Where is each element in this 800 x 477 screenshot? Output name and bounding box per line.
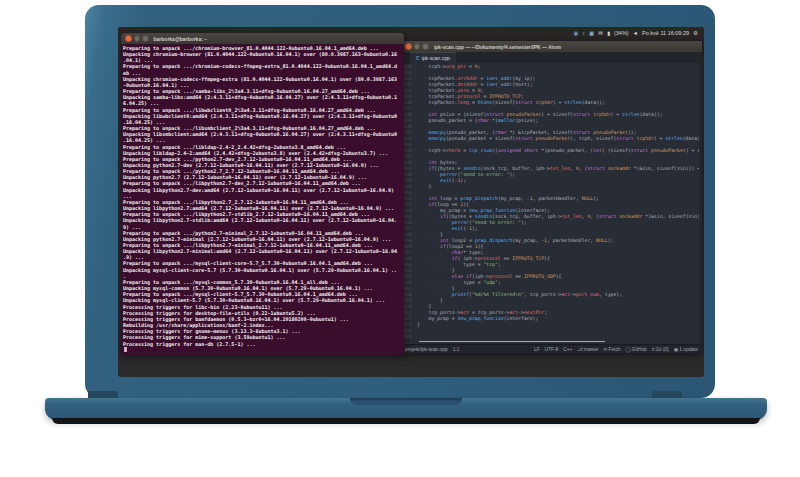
terminal-line: Unpacking mysql-client-5.7 (5.7.30-0ubun… [123,297,402,303]
terminal-title: barborka@barborka: ~ [154,36,208,42]
battery-icon[interactable]: ▮ [607,31,610,37]
indicator-app-icon[interactable]: ◉ [574,31,579,37]
tab-label: ipk-scan.cpp [422,55,450,61]
maximize-icon[interactable] [422,43,429,50]
terminal-line: Unpacking samba-libs:amd64 (2:4.3.11+dfs… [123,94,402,100]
git-changes[interactable]: ±Git (0) [652,347,669,352]
terminal-line: Unpacking mysql-client-core-5.7 (5.7.30-… [123,267,402,273]
laptop-base-bottom [52,418,760,424]
atom-titlebar[interactable]: ipk-scan.cpp — ~/Dokumenty/4.semester/IP… [401,41,702,52]
close-icon[interactable] [405,43,412,50]
git-branch[interactable]: ⎇master [577,347,598,352]
session-gear-icon[interactable]: ⚙ [693,31,698,37]
git-changes-icon: ± [652,347,655,352]
display-icon[interactable]: ▣ [589,31,594,37]
terminal-line: Unpacking libwbclient0:amd64 (2:4.3.11+d… [123,113,402,119]
github[interactable]: ◯GitHub [625,347,646,352]
editor-pane[interactable]: 5305315325335345355365375385395405415425… [401,63,702,344]
terminal-line: Unpacking chromium-browser (81.0.4044.12… [123,51,402,57]
terminal-line: Preparing to unpack .../libwbclient0_2%3… [123,107,402,113]
terminal-line: Preparing to unpack .../mysql-client-cor… [123,260,402,266]
vertical-scrollbar[interactable] [699,63,702,344]
editor-code[interactable]: ····tcph->urg_ptr = 0; ····tcpPacket.src… [414,63,702,344]
minimize-icon[interactable] [134,35,141,42]
tab-ipk-scan[interactable]: C ipk-scan.cpp [410,52,456,63]
clock-label: Po kvě 11 16:09:29 [642,31,689,37]
terminal-line: Unpacking libpython2.7-stdlib:amd64 (2.7… [123,217,402,223]
code-line: ····memcpy(pseudo_packet + sizeof(struct… [417,136,702,142]
file-path[interactable]: projekt/ipk-scan.cpp [405,347,448,352]
close-icon[interactable] [125,35,132,42]
battery-label: (34%) [614,31,629,37]
updates-icon: ▣ [674,347,679,352]
horizontal-scrollbar[interactable] [419,341,605,343]
terminal-titlebar[interactable]: barborka@barborka: ~ [121,33,404,44]
maximize-icon[interactable] [142,35,149,42]
laptop-mockup: ◉↕▣✉▮(34%)◄Po kvě 11 16:09:29⚙ ipk-scan.… [0,0,800,477]
grammar[interactable]: C++ [563,347,572,352]
code-line: ····tcph->check = tcp_csum((unsigned sho… [417,148,702,154]
cpp-file-icon: C [416,55,420,61]
line-ending[interactable]: LF [534,347,540,352]
updates[interactable]: ▣1 update [674,347,698,352]
git-fetch-icon: ⟳ [603,347,607,352]
terminal-line: Preparing to unpack .../chromium-codecs-… [123,63,402,69]
git-branch-icon: ⎇ [577,347,583,352]
cursor-position[interactable]: 1:1 [453,347,460,352]
laptop-base [45,398,767,420]
status-left: projekt/ipk-scan.cpp1:1 [405,347,459,352]
terminal-output[interactable]: Preparing to unpack .../chromium-browser… [121,44,404,355]
atom-tab-bar: C ipk-scan.cpp [401,52,702,63]
terminal-line: Unpacking libpython2.7-dev:amd64 (2.7.12… [123,187,402,193]
atom-window[interactable]: ipk-scan.cpp — ~/Dokumenty/4.semester/IP… [400,40,703,353]
volume-icon[interactable]: ◄ [633,31,638,37]
network-icon[interactable]: ↕ [582,31,585,37]
status-right: LFUTF-8C++⎇master⟳Fetch◯GitHub±Git (0)▣1… [534,347,698,352]
git-fetch[interactable]: ⟳Fetch [603,347,620,352]
system-tray: ◉↕▣✉▮(34%)◄Po kvě 11 16:09:29⚙ [574,31,698,37]
code-line [417,334,702,340]
atom-status-bar: projekt/ipk-scan.cpp1:1 LFUTF-8C++⎇maste… [401,344,702,353]
laptop-base-notch [350,398,462,405]
github-icon: ◯ [625,347,630,352]
desktop-screen: ◉↕▣✉▮(34%)◄Po kvě 11 16:09:29⚙ ipk-scan.… [118,27,704,377]
terminal-line: Unpacking libpython2.7-minimal:amd64 (2.… [123,248,402,254]
terminal-window[interactable]: barborka@barborka: ~ Preparing to unpack… [121,33,404,355]
terminal-prompt-row [123,347,402,353]
terminal-cursor [124,347,127,352]
terminal-line: Preparing to unpack .../python2.7-minima… [123,230,402,236]
terminal-line: Unpacking libldap-2.4-2:amd64 (2.4.42+df… [123,150,402,156]
mail-icon[interactable]: ✉ [598,31,603,37]
terminal-line: Preparing to unpack .../libpython2.7-dev… [123,180,402,186]
encoding[interactable]: UTF-8 [545,347,559,352]
atom-window-title: ipk-scan.cpp — ~/Dokumenty/4.semester/IP… [434,44,562,50]
minimize-icon[interactable] [414,43,421,50]
